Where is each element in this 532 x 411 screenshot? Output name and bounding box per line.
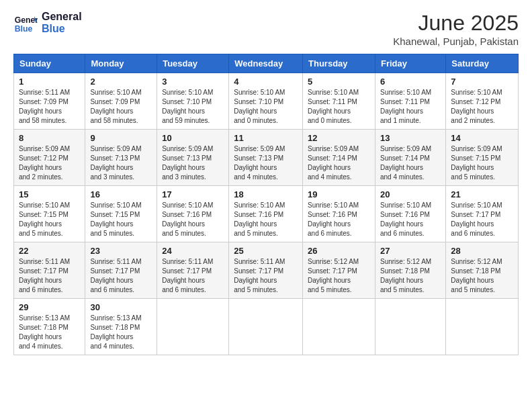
day-info: Sunrise: 5:09 AMSunset: 7:12 PMDaylight …	[19, 145, 70, 181]
day-number: 1	[19, 77, 80, 87]
calendar-week-2: 8Sunrise: 5:09 AMSunset: 7:12 PMDaylight…	[14, 130, 519, 186]
calendar-cell	[446, 299, 519, 355]
header: General Blue General Blue June 2025 Khan…	[13, 11, 519, 47]
calendar-cell: 8Sunrise: 5:09 AMSunset: 7:12 PMDaylight…	[14, 130, 85, 186]
day-number: 28	[451, 246, 513, 256]
page: General Blue General Blue June 2025 Khan…	[0, 0, 532, 411]
day-number: 27	[380, 246, 441, 256]
day-number: 24	[162, 246, 224, 256]
day-number: 14	[451, 133, 513, 143]
day-number: 17	[162, 189, 224, 199]
calendar-table: SundayMondayTuesdayWednesdayThursdayFrid…	[13, 54, 519, 355]
calendar-week-1: 1Sunrise: 5:11 AMSunset: 7:09 PMDaylight…	[14, 73, 519, 130]
col-header-saturday: Saturday	[446, 54, 519, 73]
calendar-cell	[375, 299, 445, 355]
calendar-cell: 21Sunrise: 5:10 AMSunset: 7:17 PMDayligh…	[446, 186, 519, 242]
day-number: 16	[90, 189, 152, 199]
calendar-week-3: 15Sunrise: 5:10 AMSunset: 7:15 PMDayligh…	[14, 186, 519, 242]
day-number: 25	[234, 246, 298, 256]
calendar-cell: 18Sunrise: 5:10 AMSunset: 7:16 PMDayligh…	[229, 186, 303, 242]
calendar-cell: 1Sunrise: 5:11 AMSunset: 7:09 PMDaylight…	[14, 73, 85, 130]
calendar-cell: 25Sunrise: 5:11 AMSunset: 7:17 PMDayligh…	[229, 242, 303, 299]
calendar-cell: 3Sunrise: 5:10 AMSunset: 7:10 PMDaylight…	[157, 73, 229, 130]
day-number: 21	[451, 189, 513, 199]
day-info: Sunrise: 5:11 AMSunset: 7:17 PMDaylight …	[234, 258, 285, 293]
day-number: 6	[380, 77, 441, 87]
col-header-monday: Monday	[85, 54, 157, 73]
calendar-cell: 9Sunrise: 5:09 AMSunset: 7:13 PMDaylight…	[85, 130, 157, 186]
day-info: Sunrise: 5:09 AMSunset: 7:13 PMDaylight …	[90, 145, 141, 181]
calendar-cell: 4Sunrise: 5:10 AMSunset: 7:10 PMDaylight…	[229, 73, 303, 130]
calendar-cell: 24Sunrise: 5:11 AMSunset: 7:17 PMDayligh…	[157, 242, 229, 299]
day-info: Sunrise: 5:11 AMSunset: 7:17 PMDaylight …	[90, 258, 141, 293]
calendar-header-row: SundayMondayTuesdayWednesdayThursdayFrid…	[14, 54, 519, 73]
day-number: 11	[234, 133, 298, 143]
day-number: 23	[90, 246, 152, 256]
calendar-cell	[303, 299, 375, 355]
day-info: Sunrise: 5:10 AMSunset: 7:09 PMDaylight …	[90, 89, 141, 124]
logo-general: General	[42, 11, 82, 23]
calendar-cell: 22Sunrise: 5:11 AMSunset: 7:17 PMDayligh…	[14, 242, 85, 299]
logo: General Blue General Blue	[13, 11, 82, 35]
calendar-cell: 17Sunrise: 5:10 AMSunset: 7:16 PMDayligh…	[157, 186, 229, 242]
calendar-week-4: 22Sunrise: 5:11 AMSunset: 7:17 PMDayligh…	[14, 242, 519, 299]
calendar-cell	[157, 299, 229, 355]
calendar-cell: 30Sunrise: 5:13 AMSunset: 7:18 PMDayligh…	[85, 299, 157, 355]
calendar-cell: 5Sunrise: 5:10 AMSunset: 7:11 PMDaylight…	[303, 73, 375, 130]
calendar-cell: 10Sunrise: 5:09 AMSunset: 7:13 PMDayligh…	[157, 130, 229, 186]
day-info: Sunrise: 5:13 AMSunset: 7:18 PMDaylight …	[90, 314, 141, 350]
day-info: Sunrise: 5:10 AMSunset: 7:16 PMDaylight …	[234, 201, 285, 237]
day-number: 8	[19, 133, 80, 143]
day-info: Sunrise: 5:10 AMSunset: 7:11 PMDaylight …	[308, 89, 359, 124]
day-info: Sunrise: 5:12 AMSunset: 7:18 PMDaylight …	[380, 258, 431, 293]
day-number: 5	[308, 77, 370, 87]
day-number: 30	[90, 302, 152, 312]
day-info: Sunrise: 5:10 AMSunset: 7:10 PMDaylight …	[234, 89, 285, 124]
calendar-cell: 12Sunrise: 5:09 AMSunset: 7:14 PMDayligh…	[303, 130, 375, 186]
title-block: June 2025 Khanewal, Punjab, Pakistan	[393, 11, 519, 47]
day-number: 10	[162, 133, 224, 143]
day-info: Sunrise: 5:10 AMSunset: 7:16 PMDaylight …	[308, 201, 359, 237]
col-header-wednesday: Wednesday	[229, 54, 303, 73]
calendar-cell	[229, 299, 303, 355]
day-info: Sunrise: 5:09 AMSunset: 7:14 PMDaylight …	[308, 145, 359, 181]
day-number: 19	[308, 189, 370, 199]
day-number: 20	[380, 189, 441, 199]
calendar-cell: 28Sunrise: 5:12 AMSunset: 7:18 PMDayligh…	[446, 242, 519, 299]
day-number: 26	[308, 246, 370, 256]
day-number: 2	[90, 77, 152, 87]
day-number: 9	[90, 133, 152, 143]
calendar-cell: 13Sunrise: 5:09 AMSunset: 7:14 PMDayligh…	[375, 130, 445, 186]
col-header-tuesday: Tuesday	[157, 54, 229, 73]
day-info: Sunrise: 5:10 AMSunset: 7:11 PMDaylight …	[380, 89, 431, 124]
col-header-friday: Friday	[375, 54, 445, 73]
day-number: 7	[451, 77, 513, 87]
day-info: Sunrise: 5:10 AMSunset: 7:12 PMDaylight …	[451, 89, 502, 124]
day-info: Sunrise: 5:10 AMSunset: 7:16 PMDaylight …	[380, 201, 431, 237]
day-info: Sunrise: 5:10 AMSunset: 7:15 PMDaylight …	[19, 201, 70, 237]
day-info: Sunrise: 5:10 AMSunset: 7:15 PMDaylight …	[90, 201, 141, 237]
calendar-cell: 20Sunrise: 5:10 AMSunset: 7:16 PMDayligh…	[375, 186, 445, 242]
calendar-cell: 2Sunrise: 5:10 AMSunset: 7:09 PMDaylight…	[85, 73, 157, 130]
col-header-thursday: Thursday	[303, 54, 375, 73]
calendar-cell: 11Sunrise: 5:09 AMSunset: 7:13 PMDayligh…	[229, 130, 303, 186]
day-info: Sunrise: 5:10 AMSunset: 7:10 PMDaylight …	[162, 89, 213, 124]
day-number: 4	[234, 77, 298, 87]
day-info: Sunrise: 5:09 AMSunset: 7:15 PMDaylight …	[451, 145, 502, 181]
calendar-cell: 15Sunrise: 5:10 AMSunset: 7:15 PMDayligh…	[14, 186, 85, 242]
calendar-cell: 26Sunrise: 5:12 AMSunset: 7:17 PMDayligh…	[303, 242, 375, 299]
col-header-sunday: Sunday	[14, 54, 85, 73]
calendar-week-5: 29Sunrise: 5:13 AMSunset: 7:18 PMDayligh…	[14, 299, 519, 355]
day-info: Sunrise: 5:12 AMSunset: 7:18 PMDaylight …	[451, 258, 502, 293]
main-title: June 2025	[393, 11, 519, 36]
calendar-cell: 23Sunrise: 5:11 AMSunset: 7:17 PMDayligh…	[85, 242, 157, 299]
calendar-cell: 14Sunrise: 5:09 AMSunset: 7:15 PMDayligh…	[446, 130, 519, 186]
day-info: Sunrise: 5:09 AMSunset: 7:13 PMDaylight …	[234, 145, 285, 181]
day-number: 18	[234, 189, 298, 199]
day-info: Sunrise: 5:10 AMSunset: 7:16 PMDaylight …	[162, 201, 213, 237]
day-info: Sunrise: 5:10 AMSunset: 7:17 PMDaylight …	[451, 201, 502, 237]
day-info: Sunrise: 5:11 AMSunset: 7:17 PMDaylight …	[19, 258, 70, 293]
day-info: Sunrise: 5:12 AMSunset: 7:17 PMDaylight …	[308, 258, 359, 293]
calendar-cell: 16Sunrise: 5:10 AMSunset: 7:15 PMDayligh…	[85, 186, 157, 242]
day-info: Sunrise: 5:13 AMSunset: 7:18 PMDaylight …	[19, 314, 70, 350]
